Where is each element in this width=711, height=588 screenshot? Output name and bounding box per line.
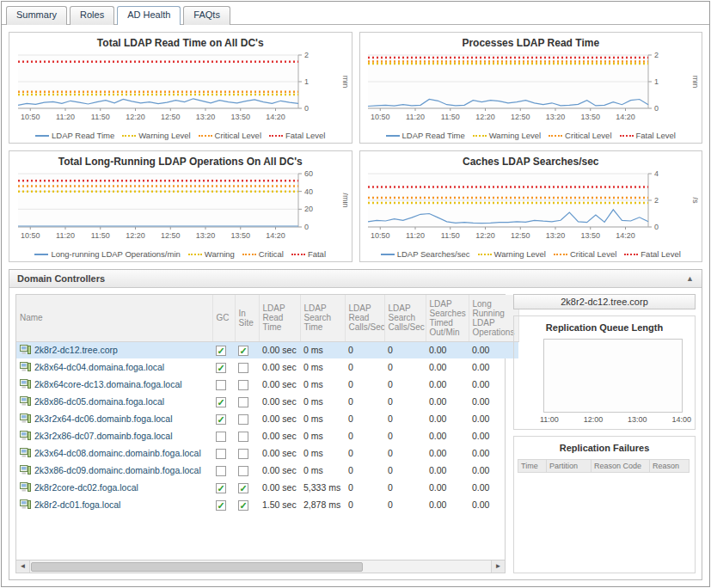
dc-table-row[interactable]: 2k8x64core-dc13.domaina.foga.local0.00 s… bbox=[16, 376, 518, 393]
in-site-checkbox[interactable] bbox=[238, 397, 248, 407]
ldap-read-calls-cell: 0 bbox=[345, 496, 384, 513]
dc-detail-panel: 2k8r2-dc12.tree.corp Replication Queue L… bbox=[513, 294, 696, 573]
tab-summary[interactable]: Summary bbox=[6, 6, 67, 25]
domain-controllers-header[interactable]: Domain Controllers ▲ bbox=[9, 270, 702, 288]
in-site-checkbox[interactable] bbox=[238, 432, 248, 442]
ldap-read-time-cell: 0.00 sec bbox=[259, 410, 300, 427]
column-header-search_time[interactable]: LDAP Search Time bbox=[300, 295, 345, 341]
horizontal-scrollbar[interactable]: ◄ ► bbox=[16, 560, 505, 573]
gc-checkbox[interactable]: ✓ bbox=[216, 414, 226, 425]
svg-text:12:50: 12:50 bbox=[511, 231, 530, 240]
scrollbar-thumb[interactable] bbox=[31, 562, 363, 572]
in-site-checkbox[interactable] bbox=[238, 363, 248, 373]
replication-queue-section: Replication Queue Length 11:0012:0013:00… bbox=[513, 315, 696, 430]
in-site-checkbox[interactable]: ✓ bbox=[238, 346, 248, 356]
queue-x-label: 13:00 bbox=[628, 415, 647, 424]
legend-item: Warning Level bbox=[122, 131, 190, 140]
server-icon bbox=[20, 465, 31, 476]
in-site-checkbox[interactable]: ✓ bbox=[238, 500, 248, 511]
gc-checkbox[interactable]: ✓ bbox=[216, 363, 226, 373]
scroll-right-button[interactable]: ► bbox=[491, 560, 505, 573]
in-site-checkbox[interactable]: ✓ bbox=[238, 483, 248, 493]
svg-text:0: 0 bbox=[654, 223, 659, 231]
domain-controllers-body: NameGCIn SiteLDAP Read TimeLDAP Search T… bbox=[9, 288, 702, 579]
ldap-search-calls-cell: 0 bbox=[384, 479, 426, 496]
ldap-read-calls-cell: 0 bbox=[345, 358, 384, 376]
ldap-read-time-cell: 0.00 sec bbox=[259, 427, 300, 444]
dc-name: 2k8r2-dc01.foga.local bbox=[34, 499, 120, 510]
dc-table-row[interactable]: 2k8r2-dc01.foga.local✓✓1.50 sec2,878 ms0… bbox=[16, 496, 518, 513]
legend-item: Long-running LDAP Operations/min bbox=[34, 249, 180, 259]
svg-text:20: 20 bbox=[304, 205, 313, 213]
dc-table-row[interactable]: 2k3x64-dc08.domainc.domainb.foga.local0.… bbox=[16, 444, 518, 462]
ldap-read-calls-cell: 0 bbox=[345, 479, 384, 496]
ldap-read-calls-cell: 0 bbox=[345, 393, 384, 410]
column-header-gc[interactable]: GC bbox=[212, 295, 235, 341]
legend-item: Critical Level bbox=[549, 131, 611, 140]
in-site-checkbox[interactable] bbox=[238, 380, 248, 390]
ldap-read-time-cell: 0.00 sec bbox=[259, 444, 300, 462]
column-header-read_time[interactable]: LDAP Read Time bbox=[259, 295, 300, 341]
server-icon bbox=[20, 431, 31, 442]
gc-checkbox[interactable] bbox=[216, 466, 226, 476]
column-header-name[interactable]: Name bbox=[16, 295, 212, 341]
gc-checkbox[interactable] bbox=[216, 449, 226, 459]
in-site-checkbox[interactable] bbox=[238, 449, 248, 459]
tab-ad-health[interactable]: AD Health bbox=[117, 6, 181, 25]
in-site-checkbox[interactable] bbox=[238, 414, 248, 425]
legend-swatch bbox=[624, 254, 638, 255]
ldap-timed-out-cell: 0.00 bbox=[426, 462, 469, 479]
ldap-timed-out-cell: 0.00 bbox=[426, 496, 469, 513]
server-icon bbox=[20, 482, 31, 493]
column-header-search_calls[interactable]: LDAP Search Calls/Sec bbox=[384, 295, 426, 341]
collapse-icon[interactable]: ▲ bbox=[686, 274, 694, 283]
dc-name: 2k3r2x64-dc06.domainb.foga.local bbox=[34, 413, 173, 424]
svg-text:4: 4 bbox=[654, 169, 659, 178]
column-header-long_running[interactable]: Long Running LDAP Operations bbox=[469, 295, 518, 341]
svg-text:1: 1 bbox=[654, 77, 659, 86]
gc-checkbox[interactable] bbox=[216, 380, 226, 390]
tab-roles[interactable]: Roles bbox=[70, 6, 114, 25]
svg-text:2: 2 bbox=[304, 51, 309, 59]
dc-table-row[interactable]: 2k8x64-dc04.domaina.foga.local✓0.00 sec0… bbox=[16, 358, 518, 376]
svg-text:/min: /min bbox=[341, 193, 348, 207]
column-header-read_calls[interactable]: LDAP Read Calls/Sec bbox=[345, 295, 384, 341]
ldap-timed-out-cell: 0.00 bbox=[426, 376, 469, 393]
selected-dc-name: 2k8r2-dc12.tree.corp bbox=[513, 294, 696, 309]
dc-table-row[interactable]: 2k3r2x86-dc07.domainb.foga.local0.00 sec… bbox=[16, 427, 518, 444]
gc-checkbox[interactable]: ✓ bbox=[216, 483, 226, 493]
long-running-ops-cell: 0.00 bbox=[469, 410, 518, 427]
tab-faqts[interactable]: FAQts bbox=[183, 6, 230, 25]
column-header-in_site[interactable]: In Site bbox=[235, 295, 259, 341]
dc-table-row[interactable]: 2k8r2-dc12.tree.corp✓✓0.00 sec0 ms000.00… bbox=[16, 341, 518, 358]
legend-label: Critical bbox=[259, 249, 284, 259]
dc-table-row[interactable]: 2k3r2x64-dc06.domainb.foga.local✓0.00 se… bbox=[16, 410, 518, 427]
long-running-ops-cell: 0.00 bbox=[469, 496, 518, 513]
gc-checkbox[interactable]: ✓ bbox=[216, 346, 226, 356]
dc-name: 2k8x64-dc04.domaina.foga.local bbox=[34, 362, 164, 372]
legend-item: Critical Level bbox=[199, 131, 261, 140]
legend-label: Warning Level bbox=[138, 131, 190, 140]
legend-label: Long-running LDAP Operations/min bbox=[51, 249, 180, 259]
ldap-search-calls-cell: 0 bbox=[384, 341, 426, 358]
gc-checkbox[interactable]: ✓ bbox=[216, 500, 226, 511]
svg-text:13:20: 13:20 bbox=[195, 113, 215, 121]
ldap-read-calls-cell: 0 bbox=[345, 341, 384, 358]
ldap-read-calls-cell: 0 bbox=[345, 376, 384, 393]
dc-table-row[interactable]: 2k3x86-dc09.domainc.domainb.foga.local0.… bbox=[16, 462, 518, 479]
dc-table-row[interactable]: 2k8r2core-dc02.foga.local✓✓0.00 sec5,333… bbox=[16, 479, 518, 496]
legend-item: Fatal Level bbox=[269, 131, 325, 140]
long-running-ops-cell: 0.00 bbox=[469, 444, 518, 462]
gc-checkbox[interactable]: ✓ bbox=[216, 397, 226, 407]
dc-table-row[interactable]: 2k8x86-dc05.domaina.foga.local✓0.00 sec0… bbox=[16, 393, 518, 410]
chart-title: Processes LDAP Read Time bbox=[362, 37, 701, 49]
long-running-ops-cell: 0.00 bbox=[469, 479, 518, 496]
scroll-left-button[interactable]: ◄ bbox=[16, 560, 30, 573]
gc-checkbox[interactable] bbox=[216, 432, 226, 442]
svg-text:14:20: 14:20 bbox=[616, 113, 635, 121]
legend-swatch bbox=[386, 135, 400, 137]
column-header-timed_out[interactable]: LDAP Searches Timed Out/Min bbox=[426, 295, 469, 341]
in-site-checkbox[interactable] bbox=[238, 466, 248, 476]
legend-label: Fatal bbox=[308, 249, 326, 259]
legend-swatch bbox=[549, 135, 562, 137]
